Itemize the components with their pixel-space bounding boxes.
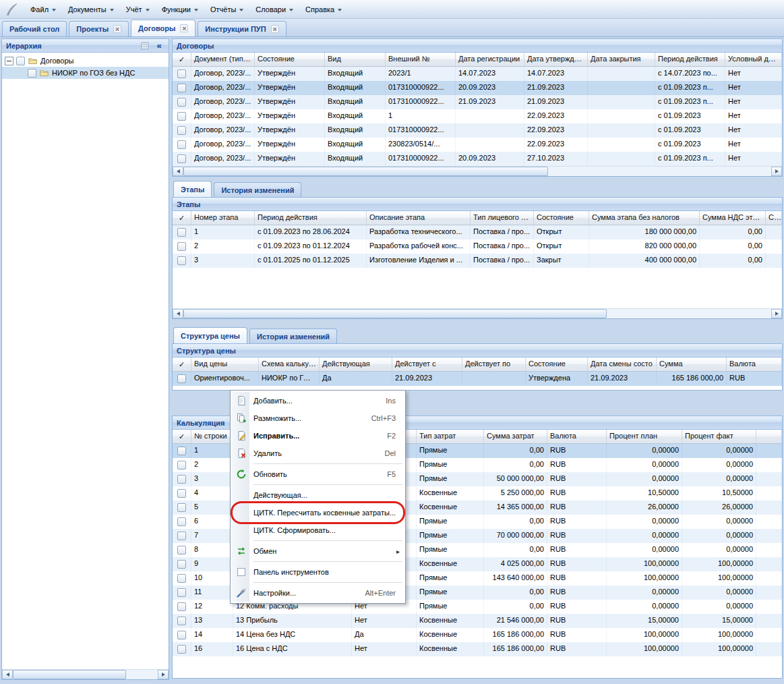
main-tab[interactable]: Проекты× bbox=[69, 21, 129, 36]
row-checkbox[interactable] bbox=[177, 560, 186, 569]
main-tab[interactable]: Инструкции ПУП× bbox=[198, 21, 286, 36]
column-header[interactable]: Тип затрат bbox=[417, 430, 484, 443]
column-header[interactable]: Дата регистрации bbox=[456, 53, 524, 66]
row-checkbox[interactable] bbox=[177, 617, 186, 625]
column-header[interactable]: Валюта bbox=[727, 358, 782, 371]
table-row[interactable]: Договор, 2023/...УтверждёнВходящий017310… bbox=[173, 123, 782, 138]
subtab[interactable]: Структура цены bbox=[173, 327, 247, 343]
column-header[interactable]: Вид цены bbox=[191, 358, 259, 371]
table-row[interactable]: Договор, 2023/...УтверждёнВходящий017310… bbox=[173, 81, 782, 95]
column-header[interactable]: Процент план bbox=[607, 430, 682, 443]
menubar-item[interactable]: Справка bbox=[299, 2, 348, 17]
row-checkbox[interactable] bbox=[177, 588, 186, 597]
column-header[interactable]: Сум... bbox=[766, 211, 782, 225]
column-header[interactable]: Валюта bbox=[547, 430, 607, 443]
column-header[interactable]: Сумма этапа без налогов bbox=[589, 211, 700, 225]
row-checkbox[interactable] bbox=[177, 602, 186, 611]
column-header[interactable]: Действующая bbox=[320, 358, 392, 371]
row-checkbox[interactable] bbox=[177, 631, 186, 639]
scrollbar-track[interactable] bbox=[183, 167, 771, 176]
menubar-item[interactable]: Словари bbox=[249, 2, 299, 17]
table-row[interactable]: 2с 01.09.2023 по 01.12.2024Разработка ра… bbox=[173, 239, 782, 254]
column-header[interactable]: Состояние bbox=[255, 53, 325, 66]
column-header[interactable]: Дата утверждения bbox=[524, 53, 588, 66]
scroll-right-button[interactable] bbox=[771, 309, 782, 318]
context-menu-item[interactable]: ЦИТК. Пересчитать косвенные затраты... bbox=[232, 504, 404, 521]
row-checkbox[interactable] bbox=[177, 140, 186, 149]
tree-node[interactable]: Договоры bbox=[2, 55, 169, 67]
column-header[interactable]: Сумма bbox=[657, 358, 727, 371]
column-header[interactable]: Состояние bbox=[534, 211, 589, 225]
table-row[interactable]: Договор, 2023/...УтверждёнВходящий230823… bbox=[173, 138, 782, 152]
context-menu-item[interactable]: Обмен▸ bbox=[232, 542, 404, 560]
tree-checkbox[interactable] bbox=[28, 69, 36, 78]
column-header[interactable] bbox=[756, 430, 782, 443]
tree-expander-icon[interactable] bbox=[5, 57, 13, 65]
column-header[interactable]: Сумма НДС этапа bbox=[700, 211, 766, 225]
table-row[interactable]: 1414 Цена без НДСДаКосвенные165 186 000,… bbox=[173, 628, 782, 642]
context-menu-item[interactable]: ОбновитьF5 bbox=[232, 465, 404, 483]
row-checkbox[interactable] bbox=[177, 489, 186, 498]
column-header[interactable]: Номер этапа bbox=[191, 211, 255, 225]
row-checkbox[interactable] bbox=[177, 574, 186, 583]
menubar-item[interactable]: Документы bbox=[62, 2, 120, 17]
grid-view-icon[interactable] bbox=[140, 40, 150, 51]
table-row[interactable]: Договор, 2023/...УтверждёнВходящий017310… bbox=[173, 152, 782, 166]
column-header[interactable]: Состояние bbox=[526, 358, 588, 371]
table-row[interactable]: 1313 ПрибыльНетКосвенные21 546 000,00RUB… bbox=[173, 614, 782, 628]
column-header[interactable]: Процент факт bbox=[682, 430, 756, 443]
column-header[interactable]: Схема калькуляци bbox=[259, 358, 320, 371]
context-menu-item[interactable]: Настройки...Alt+Enter bbox=[232, 584, 404, 602]
subtab[interactable]: История изменений bbox=[214, 182, 301, 197]
scroll-left-button[interactable] bbox=[173, 309, 183, 318]
column-header[interactable]: Период действия bbox=[255, 211, 367, 225]
table-row[interactable]: 3с 01.01.2025 по 01.12.2025Изготовление … bbox=[173, 254, 782, 268]
column-header[interactable]: Действует с bbox=[392, 358, 462, 371]
column-header[interactable]: Вид bbox=[325, 53, 386, 66]
tree-checkbox[interactable] bbox=[16, 57, 25, 65]
table-row[interactable]: Договор, 2023/...УтверждёнВходящий2023/1… bbox=[173, 67, 782, 81]
select-column-header[interactable]: ✓ bbox=[173, 53, 191, 66]
column-header[interactable]: Период действия bbox=[655, 53, 725, 66]
select-column-header[interactable]: ✓ bbox=[173, 358, 191, 371]
column-header[interactable]: Действует по bbox=[462, 358, 526, 371]
main-tab[interactable]: Рабочий стол bbox=[2, 21, 67, 36]
main-tab[interactable]: Договоры× bbox=[131, 20, 195, 36]
column-header[interactable]: Внешний № bbox=[386, 53, 456, 66]
row-checkbox[interactable] bbox=[177, 461, 186, 469]
row-checkbox[interactable] bbox=[177, 447, 186, 455]
scrollbar-thumb[interactable] bbox=[183, 167, 548, 176]
row-checkbox[interactable] bbox=[177, 242, 186, 251]
table-row[interactable]: 1616 Цена с НДСНетКосвенные165 186 000,0… bbox=[173, 642, 782, 656]
context-menu-item[interactable]: УдалитьDel bbox=[232, 445, 404, 462]
column-header[interactable]: Условный догов... bbox=[725, 53, 782, 66]
contracts-hscrollbar[interactable] bbox=[173, 166, 782, 176]
row-checkbox[interactable] bbox=[177, 112, 186, 121]
tab-close-icon[interactable]: × bbox=[180, 24, 188, 32]
hierarchy-hscrollbar[interactable] bbox=[2, 669, 169, 679]
context-menu-item[interactable]: Добавить...Ins bbox=[232, 392, 404, 409]
menubar-item[interactable]: Отчёты bbox=[204, 2, 249, 17]
stages-hscrollbar[interactable] bbox=[173, 308, 782, 318]
context-menu-item[interactable]: ЦИТК. Сформировать... bbox=[232, 521, 404, 539]
column-header[interactable]: Сумма затрат bbox=[484, 430, 547, 443]
row-checkbox[interactable] bbox=[177, 503, 186, 512]
context-menu-item[interactable]: Размножить...Ctrl+F3 bbox=[232, 409, 404, 427]
scrollbar-thumb[interactable] bbox=[183, 309, 607, 318]
menubar-item[interactable]: Учёт bbox=[120, 2, 156, 17]
tab-close-icon[interactable]: × bbox=[271, 25, 279, 33]
menubar-item[interactable]: Файл bbox=[24, 2, 62, 17]
scroll-right-button[interactable] bbox=[158, 670, 169, 679]
menubar-item[interactable]: Функции bbox=[156, 2, 204, 17]
context-menu-item[interactable]: Действующая... bbox=[232, 486, 404, 504]
row-checkbox[interactable] bbox=[177, 532, 186, 540]
table-row[interactable]: 1с 01.09.2023 по 28.06.2024Разработка те… bbox=[173, 225, 782, 239]
column-header[interactable]: Документ (тип, № bbox=[191, 53, 255, 66]
column-header[interactable]: Дата смены состо bbox=[588, 358, 657, 371]
scrollbar-track[interactable] bbox=[13, 670, 158, 679]
row-checkbox[interactable] bbox=[177, 645, 186, 654]
row-checkbox[interactable] bbox=[177, 154, 186, 163]
row-checkbox[interactable] bbox=[177, 546, 186, 554]
context-menu-item[interactable]: Исправить...F2 bbox=[232, 427, 404, 445]
table-row[interactable]: Договор, 2023/...УтверждёнВходящий122.09… bbox=[173, 109, 782, 123]
